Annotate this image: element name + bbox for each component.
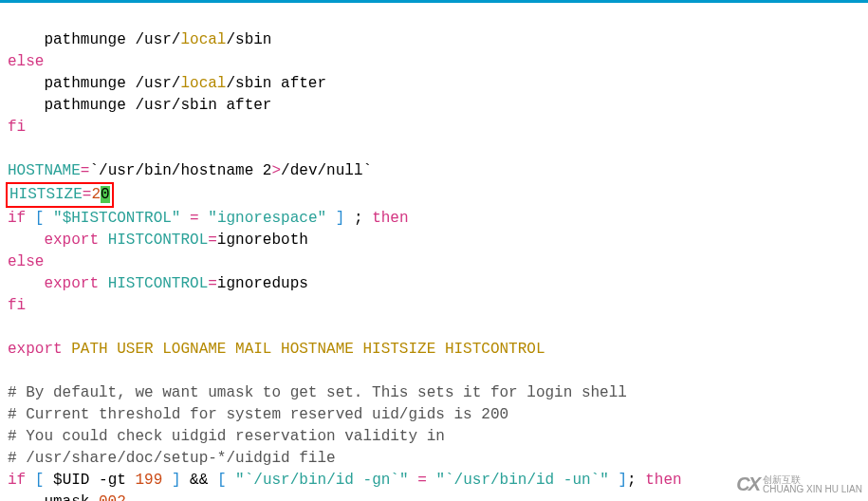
code-line: fi (8, 119, 26, 136)
code-line: # You could check uidgid reservation val… (8, 428, 445, 445)
blank-line (8, 362, 17, 380)
code-line: pathmunge /usr/local/sbin (8, 31, 271, 48)
code-line: fi (8, 297, 26, 314)
code-line: export PATH USER LOGNAME MAIL HOSTNAME H… (8, 341, 545, 358)
code-line: if [ "$HISTCONTROL" = "ignorespace" ] ; … (8, 210, 409, 227)
code-line: else (8, 253, 44, 270)
code-line: umask 002 (8, 493, 126, 501)
code-line: # By default, we want umask to get set. … (8, 384, 627, 401)
cursor: 0 (101, 186, 110, 203)
watermark-text: 创新互联 CHUANG XIN HU LIAN (763, 475, 862, 494)
code-line: # /usr/share/doc/setup-*/uidgid file (8, 450, 336, 467)
highlighted-line: HISTSIZE=20 (8, 186, 114, 203)
code-editor-content: pathmunge /usr/local/sbin else pathmunge… (0, 3, 868, 501)
code-line: pathmunge /usr/local/sbin after (8, 75, 326, 92)
code-line: if [ $UID -gt 199 ] && [ "`/usr/bin/id -… (8, 472, 682, 489)
code-line: pathmunge /usr/sbin after (8, 97, 271, 114)
code-line: # Current threshold for system reserved … (8, 406, 508, 423)
blank-line (8, 140, 17, 158)
code-line: else (8, 53, 44, 70)
code-line: HOSTNAME=`/usr/bin/hostname 2>/dev/null` (8, 162, 372, 179)
blank-line (8, 319, 17, 336)
code-line: export HISTCONTROL=ignoredups (8, 275, 308, 292)
highlight-box: HISTSIZE=20 (6, 182, 114, 208)
code-line: export HISTCONTROL=ignoreboth (8, 232, 308, 249)
watermark-logo-icon: CX (736, 473, 759, 495)
watermark: CX 创新互联 CHUANG XIN HU LIAN (736, 473, 862, 495)
